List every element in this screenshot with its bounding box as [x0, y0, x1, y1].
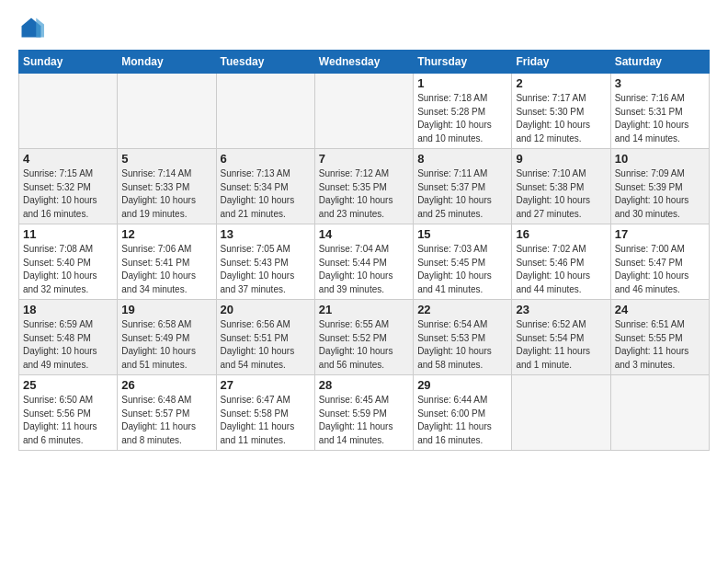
day-number: 4 [23, 152, 113, 166]
day-number: 20 [221, 303, 311, 316]
calendar-cell: 19Sunrise: 6:58 AM Sunset: 5:49 PM Dayli… [118, 300, 216, 375]
calendar-cell: 23Sunrise: 6:52 AM Sunset: 5:54 PM Dayli… [512, 300, 610, 375]
calendar-cell: 16Sunrise: 7:02 AM Sunset: 5:46 PM Dayli… [512, 224, 610, 300]
day-info: Sunrise: 7:03 AM Sunset: 5:45 PM Dayligh… [417, 243, 507, 296]
day-number: 8 [417, 152, 507, 166]
calendar-cell: 3Sunrise: 7:16 AM Sunset: 5:31 PM Daylig… [610, 74, 709, 149]
svg-marker-1 [36, 18, 44, 38]
page: SundayMondayTuesdayWednesdayThursdayFrid… [0, 0, 728, 563]
day-info: Sunrise: 6:48 AM Sunset: 5:57 PM Dayligh… [121, 394, 211, 447]
calendar-cell: 5Sunrise: 7:14 AM Sunset: 5:33 PM Daylig… [118, 149, 216, 224]
day-info: Sunrise: 6:54 AM Sunset: 5:53 PM Dayligh… [417, 318, 507, 372]
day-info: Sunrise: 6:59 AM Sunset: 5:48 PM Dayligh… [23, 318, 113, 372]
day-number: 23 [516, 303, 606, 316]
day-info: Sunrise: 7:09 AM Sunset: 5:39 PM Dayligh… [615, 167, 705, 221]
day-info: Sunrise: 7:08 AM Sunset: 5:40 PM Dayligh… [23, 243, 113, 296]
day-info: Sunrise: 7:11 AM Sunset: 5:37 PM Dayligh… [417, 167, 507, 221]
calendar-cell: 1Sunrise: 7:18 AM Sunset: 5:28 PM Daylig… [414, 74, 512, 149]
calendar-week-2: 4Sunrise: 7:15 AM Sunset: 5:32 PM Daylig… [19, 149, 710, 224]
day-info: Sunrise: 7:18 AM Sunset: 5:28 PM Dayligh… [417, 92, 507, 145]
day-number: 12 [121, 227, 211, 241]
calendar-cell: 24Sunrise: 6:51 AM Sunset: 5:55 PM Dayli… [610, 300, 709, 375]
day-info: Sunrise: 7:02 AM Sunset: 5:46 PM Dayligh… [516, 243, 606, 296]
calendar-cell: 14Sunrise: 7:04 AM Sunset: 5:44 PM Dayli… [314, 224, 413, 300]
calendar-cell: 2Sunrise: 7:17 AM Sunset: 5:30 PM Daylig… [512, 74, 610, 149]
day-info: Sunrise: 7:13 AM Sunset: 5:34 PM Dayligh… [221, 167, 311, 221]
calendar-week-3: 11Sunrise: 7:08 AM Sunset: 5:40 PM Dayli… [19, 224, 710, 300]
calendar-cell: 8Sunrise: 7:11 AM Sunset: 5:37 PM Daylig… [414, 149, 512, 224]
day-number: 2 [516, 76, 606, 90]
day-number: 7 [319, 152, 409, 166]
calendar-week-5: 25Sunrise: 6:50 AM Sunset: 5:56 PM Dayli… [19, 375, 710, 451]
day-number: 26 [121, 378, 211, 392]
col-header-sunday: Sunday [19, 51, 118, 74]
day-number: 14 [319, 227, 409, 241]
day-number: 15 [417, 227, 507, 241]
col-header-saturday: Saturday [610, 51, 709, 74]
day-info: Sunrise: 6:45 AM Sunset: 5:59 PM Dayligh… [319, 394, 409, 447]
calendar-cell: 25Sunrise: 6:50 AM Sunset: 5:56 PM Dayli… [19, 375, 118, 451]
day-info: Sunrise: 6:52 AM Sunset: 5:54 PM Dayligh… [516, 318, 606, 372]
calendar-week-4: 18Sunrise: 6:59 AM Sunset: 5:48 PM Dayli… [19, 300, 710, 375]
day-number: 5 [121, 152, 211, 166]
calendar-cell [19, 74, 118, 149]
calendar-cell: 20Sunrise: 6:56 AM Sunset: 5:51 PM Dayli… [216, 300, 314, 375]
calendar-cell: 4Sunrise: 7:15 AM Sunset: 5:32 PM Daylig… [19, 149, 118, 224]
calendar-cell: 15Sunrise: 7:03 AM Sunset: 5:45 PM Dayli… [414, 224, 512, 300]
calendar: SundayMondayTuesdayWednesdayThursdayFrid… [18, 50, 710, 451]
calendar-cell: 7Sunrise: 7:12 AM Sunset: 5:35 PM Daylig… [314, 149, 413, 224]
day-number: 10 [615, 152, 705, 166]
col-header-tuesday: Tuesday [216, 51, 314, 74]
logo-icon [18, 15, 44, 40]
calendar-cell: 9Sunrise: 7:10 AM Sunset: 5:38 PM Daylig… [512, 149, 610, 224]
day-info: Sunrise: 7:00 AM Sunset: 5:47 PM Dayligh… [615, 243, 705, 296]
day-info: Sunrise: 7:12 AM Sunset: 5:35 PM Dayligh… [319, 167, 409, 221]
header [18, 15, 710, 40]
calendar-cell: 11Sunrise: 7:08 AM Sunset: 5:40 PM Dayli… [19, 224, 118, 300]
calendar-cell: 13Sunrise: 7:05 AM Sunset: 5:43 PM Dayli… [216, 224, 314, 300]
day-number: 6 [221, 152, 311, 166]
day-number: 11 [23, 227, 113, 241]
calendar-cell [610, 375, 709, 451]
calendar-cell [216, 74, 314, 149]
day-info: Sunrise: 6:44 AM Sunset: 6:00 PM Dayligh… [417, 394, 507, 447]
day-info: Sunrise: 7:05 AM Sunset: 5:43 PM Dayligh… [221, 243, 311, 296]
calendar-cell: 22Sunrise: 6:54 AM Sunset: 5:53 PM Dayli… [414, 300, 512, 375]
day-number: 29 [417, 378, 507, 392]
day-number: 16 [516, 227, 606, 241]
calendar-cell [314, 74, 413, 149]
day-info: Sunrise: 6:55 AM Sunset: 5:52 PM Dayligh… [319, 318, 409, 372]
day-number: 9 [516, 152, 606, 166]
calendar-cell [118, 74, 216, 149]
logo [18, 15, 48, 40]
day-number: 18 [23, 303, 113, 316]
day-number: 27 [221, 378, 311, 392]
calendar-cell: 28Sunrise: 6:45 AM Sunset: 5:59 PM Dayli… [314, 375, 413, 451]
calendar-cell: 12Sunrise: 7:06 AM Sunset: 5:41 PM Dayli… [118, 224, 216, 300]
day-info: Sunrise: 7:17 AM Sunset: 5:30 PM Dayligh… [516, 92, 606, 145]
day-info: Sunrise: 6:51 AM Sunset: 5:55 PM Dayligh… [615, 318, 705, 372]
day-info: Sunrise: 7:14 AM Sunset: 5:33 PM Dayligh… [121, 167, 211, 221]
col-header-friday: Friday [512, 51, 610, 74]
col-header-monday: Monday [118, 51, 216, 74]
day-number: 24 [615, 303, 705, 316]
day-info: Sunrise: 7:06 AM Sunset: 5:41 PM Dayligh… [121, 243, 211, 296]
calendar-header-row: SundayMondayTuesdayWednesdayThursdayFrid… [19, 51, 710, 74]
calendar-week-1: 1Sunrise: 7:18 AM Sunset: 5:28 PM Daylig… [19, 74, 710, 149]
calendar-cell: 21Sunrise: 6:55 AM Sunset: 5:52 PM Dayli… [314, 300, 413, 375]
calendar-cell: 27Sunrise: 6:47 AM Sunset: 5:58 PM Dayli… [216, 375, 314, 451]
calendar-cell: 18Sunrise: 6:59 AM Sunset: 5:48 PM Dayli… [19, 300, 118, 375]
day-number: 22 [417, 303, 507, 316]
day-info: Sunrise: 6:56 AM Sunset: 5:51 PM Dayligh… [221, 318, 311, 372]
day-info: Sunrise: 7:15 AM Sunset: 5:32 PM Dayligh… [23, 167, 113, 221]
day-info: Sunrise: 7:04 AM Sunset: 5:44 PM Dayligh… [319, 243, 409, 296]
day-info: Sunrise: 6:47 AM Sunset: 5:58 PM Dayligh… [221, 394, 311, 447]
calendar-cell: 29Sunrise: 6:44 AM Sunset: 6:00 PM Dayli… [414, 375, 512, 451]
col-header-thursday: Thursday [414, 51, 512, 74]
day-number: 13 [221, 227, 311, 241]
day-info: Sunrise: 6:58 AM Sunset: 5:49 PM Dayligh… [121, 318, 211, 372]
day-number: 3 [615, 76, 705, 90]
day-number: 17 [615, 227, 705, 241]
day-number: 28 [319, 378, 409, 392]
day-number: 21 [319, 303, 409, 316]
